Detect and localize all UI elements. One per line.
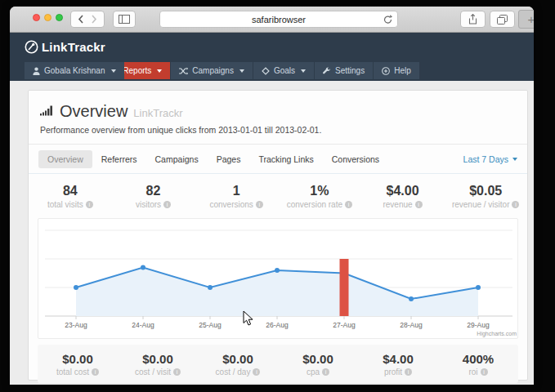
- date-range-dropdown[interactable]: Last 7 Days: [463, 154, 517, 164]
- chevron-down-icon: [512, 158, 517, 161]
- stat-label: conversion rate: [278, 200, 361, 209]
- info-icon[interactable]: [256, 201, 263, 208]
- info-icon[interactable]: [481, 368, 488, 376]
- share-button[interactable]: [460, 11, 486, 28]
- mouse-cursor: [243, 310, 253, 326]
- stat-value: 84: [29, 184, 112, 198]
- minimize-window-button[interactable]: [44, 14, 51, 21]
- svg-text:27-Aug: 27-Aug: [333, 321, 356, 329]
- close-window-button[interactable]: [33, 14, 40, 21]
- info-icon[interactable]: [92, 368, 99, 376]
- page-title-suffix: LinkTrackr: [133, 107, 182, 119]
- screenshot-frame: safaribrowser LinkTrackr LinkTrackr: [0, 0, 555, 392]
- stat-total-cost: $0.00total cost: [38, 352, 118, 376]
- stat-label: cost / day: [198, 368, 278, 376]
- stat-label: total visits: [29, 200, 112, 209]
- app-logo-text: LinkTrackr: [42, 40, 105, 54]
- info-icon[interactable]: [345, 201, 352, 208]
- tab-tracking-links[interactable]: Tracking Links: [249, 150, 322, 168]
- stat-cost-day: $0.00cost / day: [198, 352, 278, 376]
- svg-text:28-Aug: 28-Aug: [400, 321, 423, 329]
- info-icon[interactable]: [86, 201, 93, 208]
- stat-value: $0.05: [444, 184, 527, 198]
- zoom-window-button[interactable]: [56, 14, 63, 21]
- linktrackr-logo-icon: [25, 40, 38, 54]
- stat-value: 400%: [438, 352, 518, 366]
- stat-value: 82: [112, 184, 195, 198]
- app-navbar: LinkTrackr LinkTrackr Reports Campaigns: [10, 33, 534, 81]
- stat-cost-visit: $0.00cost / visit: [118, 352, 198, 376]
- stat-label: cpa: [278, 368, 358, 376]
- stat-conversions: 1conversions: [195, 184, 278, 209]
- browser-titlebar: safaribrowser: [10, 7, 534, 33]
- user-menu[interactable]: Gobala Krishnan: [25, 62, 124, 79]
- stat-value: $4.00: [358, 352, 438, 366]
- share-icon: [468, 14, 477, 24]
- page-content: Overview LinkTrackr Performance overview…: [10, 83, 534, 385]
- stat-label: revenue / visitor: [444, 200, 527, 209]
- tab-conversions[interactable]: Conversions: [323, 150, 388, 168]
- stat-revenue-visitor: $0.05revenue / visitor: [444, 184, 527, 209]
- reload-icon[interactable]: [383, 15, 392, 24]
- stat-label: total cost: [38, 368, 118, 376]
- svg-text:Highcharts.com: Highcharts.com: [477, 331, 517, 337]
- svg-text:25-Aug: 25-Aug: [199, 321, 222, 329]
- history-nav-buttons: [70, 11, 105, 28]
- svg-text:29-Aug: 29-Aug: [467, 321, 490, 329]
- tab-pages[interactable]: Pages: [208, 150, 250, 168]
- stat-value: $0.00: [118, 352, 198, 366]
- info-icon[interactable]: [405, 368, 412, 376]
- stat-value: 1: [195, 184, 278, 198]
- tab-overview[interactable]: Overview: [38, 150, 92, 168]
- sidebar-icon: [119, 15, 130, 24]
- stat-label: conversions: [195, 200, 278, 209]
- info-icon[interactable]: [163, 201, 171, 208]
- stat-visitors: 82visitors: [112, 184, 195, 209]
- address-bar[interactable]: safaribrowser: [159, 11, 398, 28]
- tab-referrers[interactable]: Referrers: [92, 150, 146, 168]
- browser-window: safaribrowser LinkTrackr LinkTrackr: [10, 7, 534, 385]
- bottom-stats-row: $0.00total cost $0.00cost / visit $0.00c…: [38, 345, 518, 383]
- stat-label: profit: [358, 368, 438, 376]
- stat-value: $0.00: [198, 352, 278, 366]
- stat-value: $0.00: [278, 352, 358, 366]
- page-title: Overview: [60, 102, 128, 121]
- stat-total-visits: 84total visits: [29, 184, 112, 209]
- stat-label: roi: [438, 368, 518, 376]
- back-icon[interactable]: [78, 15, 84, 24]
- info-icon[interactable]: [322, 368, 329, 376]
- app-logo[interactable]: LinkTrackr: [25, 40, 105, 54]
- report-bars-icon: [40, 105, 54, 117]
- info-icon[interactable]: [415, 201, 423, 208]
- stat-conversion-rate: 1%conversion rate: [278, 184, 361, 209]
- show-tabs-button[interactable]: [490, 11, 515, 28]
- top-stats-row: 84total visits 82visitors 1conversions 1…: [29, 174, 527, 218]
- visits-chart[interactable]: 23-Aug24-Aug25-Aug26-Aug27-Aug28-Aug29-A…: [38, 219, 519, 338]
- svg-text:23-Aug: 23-Aug: [65, 321, 87, 329]
- forward-icon[interactable]: [91, 15, 97, 24]
- stat-profit: $4.00profit: [358, 352, 438, 376]
- stat-label: cost / visit: [118, 368, 198, 376]
- tab-campaigns[interactable]: Campaigns: [146, 150, 208, 168]
- tabs-overview-icon: [497, 15, 508, 24]
- info-icon[interactable]: [253, 368, 260, 376]
- page-header: Overview LinkTrackr Performance overview…: [29, 91, 527, 145]
- stat-cpa: $0.00cpa: [278, 352, 358, 376]
- overview-card: Overview LinkTrackr Performance overview…: [28, 90, 528, 381]
- svg-text:26-Aug: 26-Aug: [266, 321, 289, 329]
- user-icon: [33, 67, 40, 75]
- stat-revenue: $4.00revenue: [361, 184, 445, 209]
- stat-roi: 400%roi: [438, 352, 518, 376]
- page-subtitle: Performance overview from unique clicks …: [40, 125, 516, 135]
- stat-label: revenue: [361, 200, 445, 209]
- user-name: Gobala Krishnan: [44, 66, 105, 75]
- stat-value: $4.00: [361, 184, 445, 198]
- info-icon[interactable]: [512, 201, 519, 208]
- sidebar-toggle-button[interactable]: [113, 11, 136, 28]
- report-tabs: Overview Referrers Campaigns Pages Track…: [29, 145, 527, 174]
- info-icon[interactable]: [173, 368, 181, 376]
- address-bar-text: safaribrowser: [252, 15, 306, 24]
- new-tab-button[interactable]: [518, 10, 534, 29]
- user-nav: Gobala Krishnan: [25, 62, 524, 79]
- stat-value: $0.00: [38, 352, 118, 366]
